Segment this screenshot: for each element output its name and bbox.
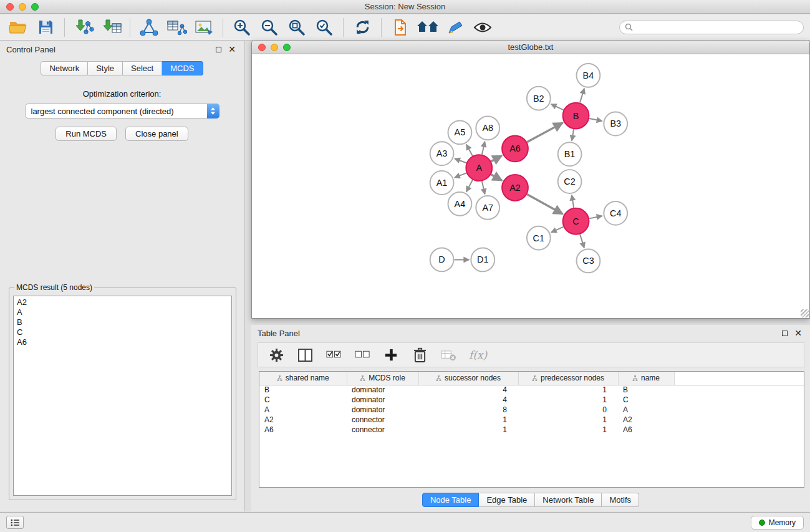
column-header-shared-name[interactable]: shared name xyxy=(259,372,347,385)
graph-edge-C-C3[interactable] xyxy=(580,235,584,248)
mcds-result-list[interactable]: A2ABCA6 xyxy=(13,296,232,496)
table-row[interactable]: Adominator80A xyxy=(259,405,804,415)
mcds-result-item[interactable]: A6 xyxy=(17,337,228,347)
mcds-result-item[interactable]: A xyxy=(17,307,228,317)
table-cell[interactable]: 1 xyxy=(518,415,618,425)
table-row[interactable]: A2connector11A2 xyxy=(259,415,804,425)
table-cell[interactable]: 1 xyxy=(518,385,618,395)
graph-node-A3[interactable]: A3 xyxy=(430,142,454,165)
new-network-button[interactable] xyxy=(137,16,161,39)
table-tab-edge-table[interactable]: Edge Table xyxy=(479,493,535,507)
close-control-panel-button[interactable]: ✕ xyxy=(226,44,238,55)
open-session-button[interactable] xyxy=(6,16,30,39)
import-network-button[interactable] xyxy=(72,16,95,39)
style-brush-button[interactable] xyxy=(443,16,467,39)
table-cell[interactable]: A2 xyxy=(618,415,674,425)
table-cell[interactable]: 0 xyxy=(518,405,618,415)
close-panel-button[interactable]: Close panel xyxy=(125,127,188,141)
table-cell[interactable]: A6 xyxy=(259,425,347,435)
graph-node-C1[interactable]: C1 xyxy=(527,226,551,250)
minimize-window-button[interactable] xyxy=(19,3,26,11)
run-mcds-button[interactable]: Run MCDS xyxy=(55,127,117,141)
graph-edge-A6-B[interactable] xyxy=(527,123,562,142)
table-row[interactable]: A6connector11A6 xyxy=(259,425,804,435)
zoom-out-button[interactable] xyxy=(258,16,281,39)
close-table-panel-button[interactable]: ✕ xyxy=(793,327,804,339)
refresh-button[interactable] xyxy=(350,16,374,39)
mcds-result-item[interactable]: C xyxy=(17,327,228,337)
column-header-successor-nodes[interactable]: successor nodes xyxy=(418,372,518,385)
graph-edge-C-C2[interactable] xyxy=(572,195,574,208)
table-cell[interactable]: connector xyxy=(347,425,418,435)
graph-node-A[interactable]: A xyxy=(466,155,492,181)
table-tab-motifs[interactable]: Motifs xyxy=(602,493,639,507)
task-history-button[interactable] xyxy=(6,516,24,529)
table-cell[interactable]: B xyxy=(618,385,674,395)
table-cell[interactable]: 1 xyxy=(418,425,518,435)
memory-button[interactable]: Memory xyxy=(751,516,804,530)
mcds-result-item[interactable]: B xyxy=(17,317,228,327)
graph-node-A8[interactable]: A8 xyxy=(476,117,499,140)
save-session-button[interactable] xyxy=(34,16,57,39)
close-network-window-button[interactable] xyxy=(258,44,266,51)
graph-node-B4[interactable]: B4 xyxy=(577,64,600,87)
optimization-dropdown[interactable]: largest connected component (directed) xyxy=(25,104,219,118)
table-cell[interactable]: C xyxy=(618,395,674,405)
delete-row-button[interactable] xyxy=(412,345,428,365)
column-header-predecessor-nodes[interactable]: predecessor nodes xyxy=(518,372,618,385)
table-row[interactable]: Cdominator41C xyxy=(259,395,804,405)
table-cell[interactable]: C xyxy=(259,395,347,405)
delete-table-button[interactable] xyxy=(440,345,456,365)
graph-edge-B-B2[interactable] xyxy=(551,104,564,110)
graph-node-D[interactable]: D xyxy=(430,248,454,272)
graph-node-B3[interactable]: B3 xyxy=(604,112,627,136)
graph-edge-C-C4[interactable] xyxy=(589,216,602,218)
graph-edge-A-A8[interactable] xyxy=(482,142,485,155)
zoom-selected-button[interactable] xyxy=(312,16,336,39)
network-canvas[interactable]: B4B2BB3A5A8A6B1A3AC2A1A2A4A7C4CC1C3DD1 xyxy=(252,55,809,318)
graph-node-C2[interactable]: C2 xyxy=(558,170,582,193)
table-cell[interactable]: dominator xyxy=(347,395,418,405)
graph-node-C4[interactable]: C4 xyxy=(604,201,627,225)
graph-edge-A-A1[interactable] xyxy=(455,173,466,178)
graph-edge-A-A5[interactable] xyxy=(466,145,473,156)
graph-node-A6[interactable]: A6 xyxy=(502,135,528,162)
graph-node-A5[interactable]: A5 xyxy=(448,121,472,145)
resize-grip-icon[interactable] xyxy=(801,309,809,317)
control-tab-select[interactable]: Select xyxy=(123,61,162,75)
graph-node-B1[interactable]: B1 xyxy=(558,142,582,166)
table-cell[interactable]: A xyxy=(259,405,347,415)
graph-edge-C-C1[interactable] xyxy=(551,227,564,233)
table-cell[interactable]: B xyxy=(259,385,347,395)
copy-document-button[interactable] xyxy=(388,16,412,39)
table-cell[interactable]: connector xyxy=(347,415,418,425)
control-tab-style[interactable]: Style xyxy=(88,61,123,75)
control-tab-mcds[interactable]: MCDS xyxy=(162,61,203,75)
mcds-result-item[interactable]: A2 xyxy=(17,297,228,307)
graph-edge-A-A3[interactable] xyxy=(455,158,466,163)
minimize-network-window-button[interactable] xyxy=(271,44,278,51)
graph-edge-A2-C[interactable] xyxy=(527,195,562,215)
table-cell[interactable]: dominator xyxy=(347,405,418,415)
table-cell[interactable]: A2 xyxy=(259,415,347,425)
export-image-button[interactable] xyxy=(192,16,216,39)
table-cell[interactable]: 1 xyxy=(518,395,618,405)
zoom-network-window-button[interactable] xyxy=(283,44,291,51)
graph-edge-A-A4[interactable] xyxy=(466,180,473,191)
table-row[interactable]: Bdominator41B xyxy=(259,385,804,395)
float-panel-button[interactable] xyxy=(213,44,224,55)
network-graph[interactable]: B4B2BB3A5A8A6B1A3AC2A1A2A4A7C4CC1C3DD1 xyxy=(252,55,809,318)
graph-edge-B-B4[interactable] xyxy=(580,89,584,103)
table-cell[interactable]: 1 xyxy=(518,425,618,435)
function-builder-button[interactable]: f(x) xyxy=(469,345,487,365)
table-cell[interactable]: 8 xyxy=(418,405,518,415)
graph-node-A2[interactable]: A2 xyxy=(502,175,528,201)
graph-node-A7[interactable]: A7 xyxy=(476,196,499,220)
column-header-name[interactable]: name xyxy=(618,372,674,385)
import-table-button[interactable] xyxy=(99,16,123,39)
control-tab-network[interactable]: Network xyxy=(41,61,88,75)
table-cell[interactable]: dominator xyxy=(347,385,418,395)
table-cell[interactable]: A6 xyxy=(618,425,674,435)
graph-node-A4[interactable]: A4 xyxy=(448,192,472,216)
search-input[interactable] xyxy=(636,23,798,32)
